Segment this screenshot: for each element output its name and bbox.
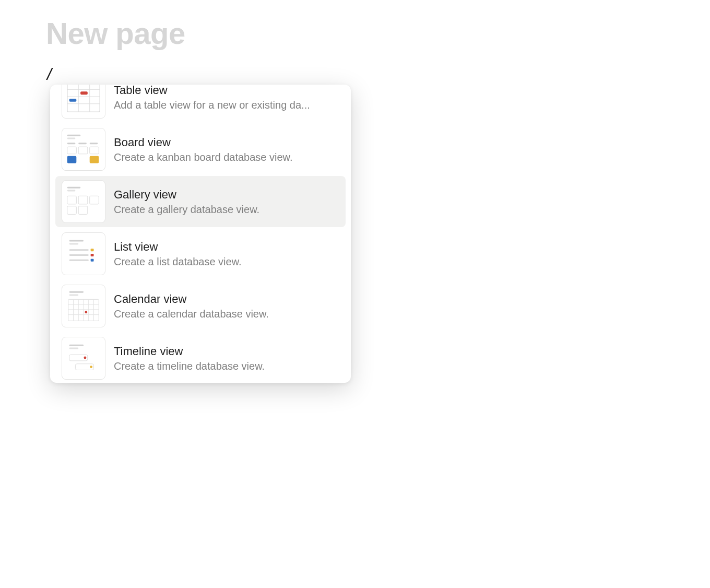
gallery-view-icon <box>62 180 105 223</box>
table-view-icon <box>62 85 105 119</box>
svg-rect-14 <box>78 147 88 154</box>
svg-rect-18 <box>67 187 80 189</box>
menu-item-desc: Create a kanban board database view. <box>114 151 339 163</box>
menu-item-list-view[interactable]: List view Create a list database view. <box>55 228 346 279</box>
svg-rect-21 <box>78 196 88 204</box>
svg-rect-7 <box>69 99 77 102</box>
svg-rect-0 <box>67 85 100 112</box>
menu-item-table-view[interactable]: Table view Add a table view for a new or… <box>55 85 346 123</box>
svg-rect-26 <box>69 243 79 245</box>
menu-item-name: List view <box>114 240 339 254</box>
block-type-menu: Table view Add a table view for a new or… <box>50 85 351 383</box>
svg-rect-30 <box>91 254 94 256</box>
slash-command-trigger[interactable]: / <box>47 65 52 84</box>
svg-rect-8 <box>67 135 80 136</box>
calendar-view-icon <box>62 285 105 327</box>
svg-rect-12 <box>90 143 98 144</box>
svg-rect-29 <box>69 254 89 256</box>
menu-item-desc: Create a gallery database view. <box>114 204 339 216</box>
svg-point-44 <box>85 311 87 313</box>
menu-item-name: Board view <box>114 136 339 149</box>
menu-item-name: Timeline view <box>114 345 339 358</box>
menu-item-name: Gallery view <box>114 188 339 202</box>
svg-rect-16 <box>67 156 77 163</box>
svg-rect-17 <box>90 156 99 163</box>
menu-item-desc: Create a calendar database view. <box>114 308 339 320</box>
svg-rect-20 <box>67 196 77 204</box>
menu-item-desc: Add a table view for a new or existing d… <box>114 99 339 111</box>
list-view-icon <box>62 232 105 275</box>
svg-rect-46 <box>69 348 79 349</box>
svg-rect-19 <box>67 190 76 192</box>
svg-rect-28 <box>91 249 94 251</box>
menu-item-name: Table view <box>114 85 339 97</box>
board-view-icon <box>62 128 105 171</box>
menu-item-gallery-view[interactable]: Gallery view Create a gallery database v… <box>55 176 346 227</box>
menu-item-desc: Create a list database view. <box>114 256 339 268</box>
menu-item-desc: Create a timeline database view. <box>114 360 339 372</box>
timeline-view-icon <box>62 337 105 380</box>
menu-item-timeline-view[interactable]: Timeline view Create a timeline database… <box>55 333 346 383</box>
svg-rect-15 <box>90 147 99 154</box>
svg-rect-23 <box>67 206 77 215</box>
svg-rect-22 <box>90 196 99 204</box>
svg-rect-9 <box>67 138 76 139</box>
menu-item-board-view[interactable]: Board view Create a kanban board databas… <box>55 124 346 175</box>
svg-rect-45 <box>69 345 84 346</box>
svg-rect-11 <box>78 143 87 144</box>
menu-item-calendar-view[interactable]: Calendar view Create a calendar database… <box>55 280 346 332</box>
svg-rect-33 <box>69 291 84 293</box>
svg-rect-27 <box>69 249 89 251</box>
svg-rect-13 <box>67 147 77 154</box>
svg-rect-25 <box>69 240 84 242</box>
svg-rect-31 <box>69 260 89 261</box>
svg-rect-24 <box>78 206 88 215</box>
svg-point-48 <box>84 357 86 359</box>
menu-item-name: Calendar view <box>114 292 339 306</box>
svg-rect-6 <box>80 91 88 95</box>
svg-rect-34 <box>69 295 79 296</box>
svg-rect-10 <box>67 143 76 144</box>
svg-point-50 <box>90 366 92 368</box>
svg-rect-32 <box>91 259 94 262</box>
page-title-placeholder[interactable]: New page <box>46 16 185 51</box>
